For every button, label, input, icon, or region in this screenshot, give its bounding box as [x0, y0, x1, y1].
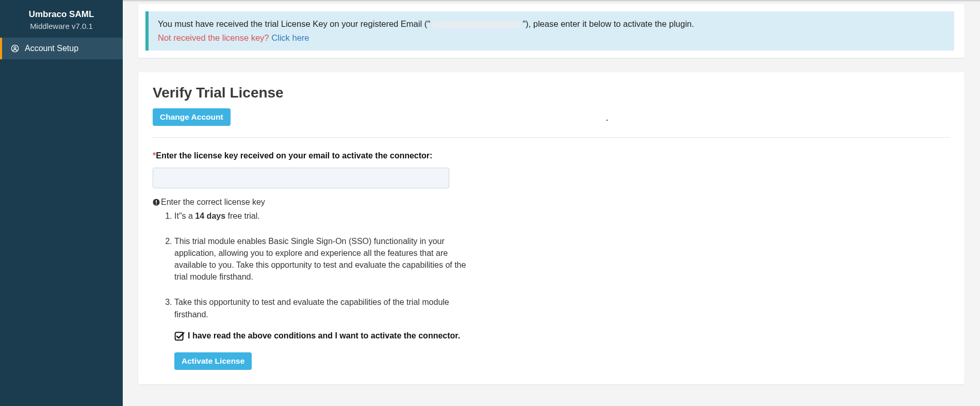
svg-rect-3: [156, 200, 157, 203]
svg-point-1: [14, 46, 16, 48]
license-key-label: *Enter the license key received on your …: [153, 151, 950, 160]
alert-email-redacted: [433, 21, 520, 28]
click-here-link[interactable]: Click here: [271, 33, 309, 42]
brand-subtitle: Middleware v7.0.1: [5, 22, 118, 30]
change-account-button[interactable]: Change Account: [153, 108, 231, 126]
accept-row: I have read the above conditions and I w…: [174, 331, 950, 341]
brand-title: Umbraco SAML: [5, 9, 118, 20]
condition-1-post: free trial.: [225, 212, 260, 220]
condition-1: It"s a 14 days free trial.: [174, 210, 472, 222]
license-alert: You must have received the trial License…: [145, 11, 954, 51]
condition-1-pre: It"s a: [174, 212, 195, 220]
condition-2: This trial module enables Basic Single S…: [174, 235, 472, 283]
condition-3: Take this opportunity to test and evalua…: [174, 296, 472, 320]
sidebar-item-label: Account Setup: [25, 44, 78, 53]
alert-card: You must have received the trial License…: [138, 4, 965, 58]
topbar-shadow: [123, 0, 980, 2]
license-key-label-text: Enter the license key received on your e…: [156, 151, 432, 160]
alert-not-received-text: Not received the license key?: [158, 33, 271, 42]
decorative-dot: [607, 120, 608, 121]
accept-checkbox[interactable]: [174, 331, 185, 341]
sidebar-item-account-setup[interactable]: Account Setup: [0, 38, 123, 59]
activate-license-button[interactable]: Activate License: [174, 352, 252, 370]
alert-prefix: You must have received the trial License…: [158, 19, 430, 28]
conditions-list: It"s a 14 days free trial. This trial mo…: [153, 210, 472, 320]
alert-suffix: "), please enter it below to activate th…: [522, 19, 694, 28]
brand-block: Umbraco SAML Middleware v7.0.1: [0, 0, 123, 38]
alert-message: You must have received the trial License…: [158, 18, 946, 30]
panel-title: Verify Trial License: [153, 85, 950, 101]
sidebar: Umbraco SAML Middleware v7.0.1 Account S…: [0, 0, 123, 406]
license-key-warning: Enter the correct license key: [153, 198, 950, 207]
accept-label[interactable]: I have read the above conditions and I w…: [188, 331, 460, 340]
svg-rect-4: [156, 203, 157, 204]
alert-not-received: Not received the license key? Click here: [158, 31, 946, 44]
user-circle-icon: [10, 44, 20, 53]
divider: [153, 137, 950, 138]
license-key-input[interactable]: [153, 168, 449, 188]
condition-1-bold: 14 days: [195, 212, 225, 220]
verify-license-panel: Verify Trial License Change Account *Ent…: [138, 72, 965, 384]
main-content: You must have received the trial License…: [123, 0, 980, 406]
license-key-warning-text: Enter the correct license key: [161, 198, 265, 207]
exclamation-icon: [153, 199, 160, 206]
